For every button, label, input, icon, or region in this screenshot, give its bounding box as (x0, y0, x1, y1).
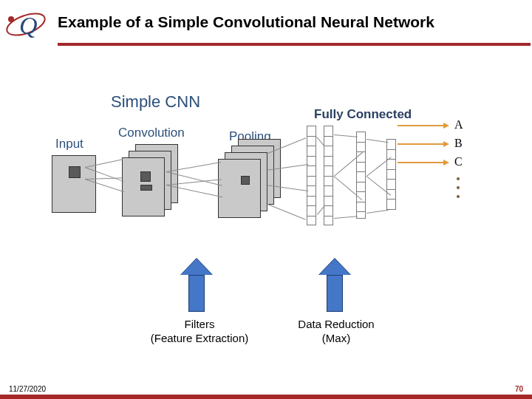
connector (334, 134, 358, 137)
output-label-b: B (454, 137, 463, 150)
footer-page: 70 (515, 385, 523, 393)
label-input: Input (55, 137, 83, 151)
fc-column (307, 126, 316, 225)
connector (266, 203, 306, 220)
ellipsis-dot (457, 195, 460, 198)
fc-column (386, 139, 396, 210)
output-label-c: C (454, 155, 463, 168)
connector (366, 210, 389, 214)
svg-point-1 (8, 16, 14, 22)
output-label-a: A (454, 118, 463, 132)
slide-title: Example of a Simple Convolutional Neural… (58, 13, 434, 31)
annotation-line: (Max) (281, 332, 392, 346)
ellipsis-dot (457, 186, 460, 189)
annotation-filters: Filters (Feature Extraction) (133, 318, 266, 346)
slide-footer: 11/27/2020 70 (0, 386, 532, 399)
annotation-pooling: Data Reduction (Max) (281, 318, 392, 346)
slide-header: Q Example of a Simple Convolutional Neur… (0, 0, 532, 53)
fc-column (356, 132, 366, 219)
label-convolution: Convolution (118, 126, 185, 140)
ellipsis-dot (457, 177, 460, 180)
svg-text:Q: Q (19, 12, 38, 39)
label-fully-connected: Fully Connected (314, 107, 412, 122)
input-tile (52, 155, 96, 213)
connector (334, 216, 358, 219)
up-arrow-icon (319, 259, 350, 312)
annotation-line: (Feature Extraction) (133, 332, 266, 346)
footer-rule (0, 395, 532, 399)
annotation-line: Filters (133, 318, 266, 332)
title-rule (58, 43, 531, 46)
up-arrow-icon (181, 259, 212, 312)
diagram-title: Simple CNN (111, 92, 200, 112)
connector (366, 139, 389, 143)
fc-column (324, 126, 333, 225)
footer-date: 11/27/2020 (9, 385, 46, 393)
input-patch (69, 166, 81, 178)
cnn-diagram: Simple CNN Input Convolution Pooling Ful… (52, 96, 495, 288)
annotation-line: Data Reduction (281, 318, 392, 332)
q-logo-icon: Q (3, 1, 49, 47)
